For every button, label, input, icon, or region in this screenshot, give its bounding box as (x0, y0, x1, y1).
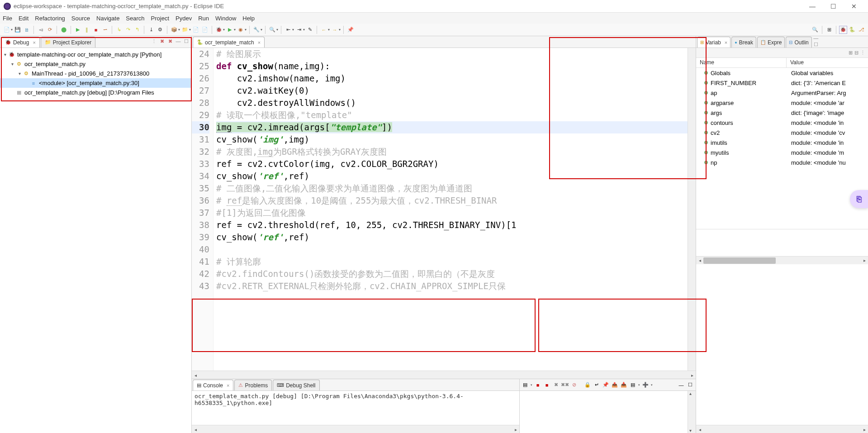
scroll-right-icon[interactable]: ▸ (512, 426, 519, 433)
variable-row[interactable]: argparsemodule: <module 'ar (696, 98, 868, 108)
pin-editor-icon[interactable]: 📌 (346, 26, 355, 34)
menu-search[interactable]: Search (126, 15, 144, 22)
code-line[interactable]: ref = cv2.threshold(ref, 10, 255, cv2.TH… (216, 219, 688, 231)
maximize-console-icon[interactable]: ☐ (687, 381, 694, 389)
terminate-relaunch-icon[interactable]: ⟳ (46, 26, 54, 34)
collapse-all-icon[interactable]: ⊟ (854, 50, 859, 56)
prev-annotation-icon[interactable]: ⇤ (284, 26, 292, 34)
menu-refactoring[interactable]: Refactoring (35, 15, 65, 22)
pydev-perspective-icon[interactable]: 🐍 (848, 26, 856, 34)
pin-console-icon[interactable]: 📌 (602, 381, 609, 389)
variable-row[interactable]: imutilsmodule: <module 'in (696, 138, 868, 148)
scroll-down-icon[interactable]: ▾ (689, 428, 692, 433)
external-tools-icon[interactable]: 🔧 (252, 26, 261, 34)
new-package-icon[interactable]: 📁 (181, 26, 189, 34)
step-filters-icon[interactable]: ⚙ (156, 26, 164, 34)
new-module-icon[interactable]: 📦 (170, 26, 178, 34)
code-line[interactable]: # 绘图展示 (216, 48, 688, 60)
code-line[interactable]: cv2.imshow(name, img) (216, 72, 688, 85)
scroll-right-icon[interactable]: ▸ (861, 257, 868, 264)
new-icon[interactable]: 📄 (3, 26, 11, 34)
menu-help[interactable]: Help (242, 15, 255, 22)
open-perspective-icon[interactable]: ⊞ (825, 26, 833, 34)
col-value[interactable]: Value (787, 58, 868, 67)
minimize-view-icon[interactable]: — (813, 35, 819, 41)
editor-scrollbar[interactable] (688, 48, 696, 371)
code-line[interactable]: img = cv2.imread(args["template"]) (216, 121, 688, 133)
debug-remove-icon[interactable]: ✖ (159, 38, 165, 44)
terminate-console-icon[interactable]: ■ (534, 381, 541, 389)
scrollbar-v[interactable]: ▴ ▾ (688, 391, 696, 433)
code-line[interactable]: #[1]为返回二值化图像 (216, 207, 688, 219)
skip-breakpoints-icon[interactable]: ⬤ (60, 26, 68, 34)
view-menu-icon[interactable]: ⋮ (860, 50, 865, 56)
tab-console[interactable]: ▤ Console × (193, 380, 233, 390)
tab-debug[interactable]: 🐞 Debug × (1, 37, 40, 48)
col-name[interactable]: Name (696, 58, 787, 67)
editor-h-scroll[interactable]: ◂ ▸ (192, 371, 696, 379)
new-class-icon[interactable]: 📄 (192, 26, 200, 34)
tab-problems[interactable]: ⚠ Problems (234, 380, 272, 390)
tree-thread[interactable]: ▾⚙ MainThread - pid_10096_id_21737376138… (0, 69, 191, 78)
save-icon[interactable]: 💾 (14, 26, 22, 34)
remove-all-terminated-icon[interactable]: ✖✖ (561, 381, 569, 389)
tab-outline[interactable]: ⊟ Outlin (786, 37, 811, 48)
variable-row[interactable]: argsdict: {'image': 'image (696, 108, 868, 118)
word-wrap-icon[interactable]: ↵ (593, 381, 600, 389)
code-line[interactable]: # 读取一个模板图像,"template" (216, 109, 688, 121)
disconnect-icon[interactable]: ⥋ (101, 26, 109, 34)
terminate-all-icon[interactable]: ■ (543, 381, 550, 389)
close-icon[interactable]: × (227, 383, 229, 388)
tab-expressions[interactable]: 📋 Expre (757, 37, 785, 48)
tab-breakpoints[interactable]: ● Break (731, 37, 756, 48)
close-icon[interactable]: × (258, 40, 261, 45)
maximize-button[interactable]: ☐ (823, 0, 844, 13)
view-menu-icon[interactable]: ⋮ (151, 38, 157, 44)
scroll-up-icon[interactable]: ▴ (689, 391, 692, 396)
console-body[interactable]: ocr_template_match.py [debug] [D:\Progra… (192, 391, 519, 425)
var-detail-pane[interactable] (696, 229, 868, 256)
tree-launch[interactable]: ▾🐞 template-matching-ocr ocr_template_ma… (0, 50, 191, 59)
show-standard-err-icon[interactable]: 📥 (620, 381, 627, 389)
code-line[interactable]: cv2.waitKey(0) (216, 85, 688, 97)
coverage-icon[interactable]: ◉ (237, 26, 245, 34)
tree-target[interactable]: ▾⚙ ocr_template_match.py (0, 59, 191, 69)
code-line[interactable]: # ref是输入灰度图像，10是阈值，255为最大值，cv2.THRESH_BI… (216, 195, 688, 207)
menu-window[interactable]: Window (215, 15, 236, 22)
search-icon[interactable]: 🔍 (268, 26, 276, 34)
variable-row[interactable]: GlobalsGlobal variables (696, 68, 868, 78)
terminate-icon[interactable]: ■ (92, 26, 100, 34)
tab-variables[interactable]: ⊞ Variab × (697, 37, 730, 48)
code-line[interactable]: # 计算轮廓 (216, 256, 688, 268)
variable-row[interactable]: myutilsmodule: <module 'm (696, 148, 868, 157)
scroll-left-icon[interactable]: ◂ (192, 371, 199, 379)
code-line[interactable]: #cv2.findContours()函数接受的参数为二值图，即黑白的（不是灰度 (216, 268, 688, 280)
step-over-icon[interactable]: ↷ (124, 26, 132, 34)
console-h-scroll[interactable]: ◂ ▸ (192, 425, 519, 433)
menu-file[interactable]: File (3, 15, 12, 22)
drop-to-frame-icon[interactable]: ⤓ (147, 26, 155, 34)
show-standard-out-icon[interactable]: 📤 (611, 381, 618, 389)
minimize-view-icon[interactable]: — (175, 38, 181, 44)
debug-icon[interactable]: 🐞 (215, 26, 223, 34)
vars-h-scroll[interactable]: ◂ ▸ (696, 256, 868, 264)
scroll-left-icon[interactable]: ◂ (192, 426, 199, 433)
last-edit-icon[interactable]: ✎ (306, 26, 314, 34)
tree-process[interactable]: ▦ ocr_template_match.py [debug] [D:\Prog… (0, 88, 191, 97)
menu-navigate[interactable]: Navigate (96, 15, 119, 22)
suspend-icon[interactable]: ‖ (83, 26, 91, 34)
maximize-view-icon[interactable]: ☐ (813, 41, 819, 48)
code-editor[interactable]: 2425262728293031323334353637383940414243… (192, 48, 696, 371)
debug-remove-all-icon[interactable]: ✖ (167, 38, 173, 44)
new-console-view-icon[interactable]: ➕ (642, 381, 649, 389)
step-return-icon[interactable]: ↰ (133, 26, 141, 34)
close-icon[interactable]: × (725, 40, 727, 45)
tab-debug-shell[interactable]: ⌨ Debug Shell (273, 380, 319, 390)
new-source-icon[interactable]: 📄 (201, 26, 209, 34)
right-lower-h-scroll[interactable]: ◂ ▸ (696, 425, 868, 433)
menu-source[interactable]: Source (71, 15, 90, 22)
code-line[interactable]: cv_show('img',img) (216, 133, 688, 146)
quick-access-icon[interactable]: 🔍 (811, 26, 819, 34)
tree-frame[interactable]: ≡ <module> [ocr_template_match.py:30] (0, 78, 191, 88)
git-perspective-icon[interactable]: ⎇ (857, 26, 865, 34)
